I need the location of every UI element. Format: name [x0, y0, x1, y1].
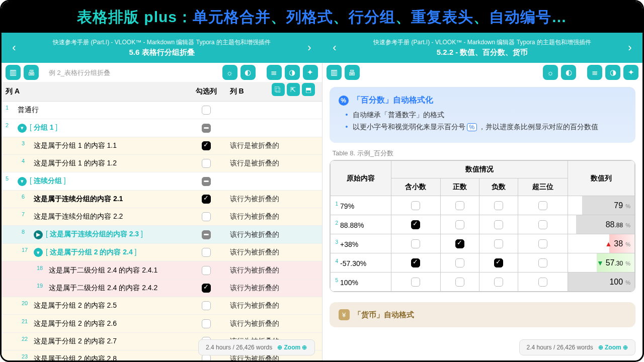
info-item: 自动继承「普通数字」的格式: [346, 111, 627, 120]
checkbox[interactable]: [202, 141, 211, 150]
table-row: 5100%100 %: [330, 273, 635, 292]
checkbox[interactable]: [455, 258, 464, 267]
nav-strip: ‹ 快速参考手册 (Part.I) - VLOOK™ - Markdown 编辑…: [2, 33, 642, 63]
checkbox[interactable]: [494, 278, 503, 287]
table-row: 3+38%▲ 38 %: [330, 234, 635, 253]
chevron-right-icon[interactable]: ▶: [34, 230, 43, 239]
checkbox[interactable]: [202, 106, 211, 115]
prev-left-button[interactable]: ‹: [2, 41, 27, 54]
checkbox[interactable]: [411, 239, 420, 248]
right-pane: ▥ 🖶 ☼ ◐ ≣ ◑ ✦ %「百分数」自动格式化 自动继承「普通数字」的格式 …: [323, 63, 643, 360]
table-row: 4这是属于分组 1 的内容 1.2该行是被折叠的: [2, 155, 322, 172]
nav-left-sub: 快速参考手册 (Part.I) - VLOOK™ - Markdown 编辑器 …: [27, 38, 297, 47]
checkbox[interactable]: [494, 220, 503, 229]
currency-block: ¥「货币」自动格式: [330, 302, 636, 327]
currency-title: 「货币」自动格式: [354, 310, 414, 319]
checkbox[interactable]: [202, 301, 211, 310]
print-icon[interactable]: 🖶: [24, 65, 39, 80]
checkbox[interactable]: [202, 195, 211, 204]
nav-right-sub: 快速参考手册 (Part.I) - VLOOK™ - Markdown 编辑器 …: [347, 38, 617, 47]
left-pane: ▥ 🖶 例 2_表格行分组折叠 ☼ ◐ ≣ ◑ ✦ ⿻ ⇱ ⬒ 列 A 勾选列 …: [2, 63, 323, 360]
magic-icon[interactable]: ✦: [623, 65, 638, 80]
table-row: 8▶[ 这是属于连续分组的内容 2.3 ]该行为被折叠的: [2, 226, 322, 244]
checkbox[interactable]: [202, 319, 211, 328]
checkbox[interactable]: [538, 258, 547, 267]
col-a-header: 列 A: [2, 82, 187, 102]
checkbox[interactable]: [494, 239, 503, 248]
checkbox[interactable]: [411, 220, 420, 229]
checkbox[interactable]: [202, 177, 211, 186]
info-title: %「百分数」自动格式化: [339, 95, 627, 106]
table-row: 21这是属于分组 2 的内容 2.6该行为被折叠的: [2, 315, 322, 332]
table-row: 1普通行: [2, 102, 322, 119]
checkbox[interactable]: [202, 230, 211, 239]
checkbox[interactable]: [411, 201, 420, 210]
checkbox[interactable]: [455, 220, 464, 229]
theme-icon[interactable]: ☼: [222, 65, 237, 80]
left-toolbar: ▥ 🖶 例 2_表格行分组折叠 ☼ ◐ ≣ ◑ ✦: [2, 63, 322, 82]
top-bar: 表格排版 plus：单元格合并、列格式、行分组、重复表头、自动编号…: [2, 2, 642, 33]
checkbox[interactable]: [202, 212, 211, 221]
chevron-down-icon[interactable]: ▾: [34, 248, 43, 257]
map-icon[interactable]: ▥: [327, 65, 342, 80]
nav-right-main: 5.2.2 - 数值、百分数、货币: [347, 48, 617, 57]
checkbox[interactable]: [202, 354, 211, 360]
status-left: 2.4 hours / 26,426 words ⊕ Zoom ⊕: [198, 339, 314, 355]
list-icon[interactable]: ≣: [267, 65, 282, 80]
checkbox[interactable]: [411, 278, 420, 287]
zoom-button[interactable]: ⊕ Zoom ⊕: [277, 344, 307, 351]
table-row: 7这是属于连续分组的内容 2.2该行为被折叠的: [2, 208, 322, 226]
checkbox[interactable]: [202, 159, 211, 168]
status-right: 2.4 hours / 26,426 words ⊕ Zoom ⊕: [519, 339, 635, 355]
checkbox[interactable]: [538, 278, 547, 287]
checkbox[interactable]: [202, 124, 211, 133]
save-icon[interactable]: ⬒: [302, 83, 315, 96]
table-row: 2▾[ 分组 1 ]: [2, 119, 322, 137]
table-row: 5▾[ 连续分组 ]: [2, 172, 322, 191]
checkbox[interactable]: [455, 239, 464, 248]
raw-header: 原始内容: [330, 161, 391, 196]
percent-icon: %: [339, 96, 349, 106]
print-icon[interactable]: 🖶: [345, 65, 360, 80]
table-row: 288.88%88.88 %: [330, 215, 635, 234]
dark-icon[interactable]: ◐: [240, 65, 256, 80]
theme-icon[interactable]: ☼: [543, 65, 558, 80]
export-icon[interactable]: ⇱: [287, 83, 300, 96]
checkbox[interactable]: [202, 266, 211, 275]
magic-icon[interactable]: ✦: [303, 65, 318, 80]
checkbox[interactable]: [538, 220, 547, 229]
table-row: 18这是属于二级分组 2.4 的内容 2.4.1该行为被折叠的: [2, 261, 322, 279]
status-text: 2.4 hours / 26,426 words: [527, 344, 593, 351]
table-row: 3这是属于分组 1 的内容 1.1该行是被折叠的: [2, 137, 322, 154]
contrast-icon[interactable]: ◑: [605, 65, 620, 80]
info-item: 以更小字号和视觉弱化来显示百分号%，并以进度条比例显示对应的百分数值: [346, 123, 627, 132]
percent-info-block: %「百分数」自动格式化 自动继承「普通数字」的格式 以更小字号和视觉弱化来显示百…: [330, 87, 636, 143]
list-icon[interactable]: ≣: [587, 65, 602, 80]
pos-header: 正数: [441, 178, 479, 196]
contrast-icon[interactable]: ◑: [285, 65, 300, 80]
checkbox[interactable]: [494, 258, 503, 267]
checkbox[interactable]: [455, 201, 464, 210]
neg-header: 负数: [479, 178, 518, 196]
checkbox[interactable]: [202, 284, 211, 293]
checkbox[interactable]: [538, 239, 547, 248]
next-right-button[interactable]: ›: [617, 41, 642, 54]
checkbox[interactable]: [411, 258, 420, 267]
chevron-down-icon[interactable]: ▾: [18, 124, 27, 133]
next-left-button[interactable]: ›: [297, 41, 322, 54]
checkbox[interactable]: [538, 201, 547, 210]
copy-icon[interactable]: ⿻: [272, 83, 285, 96]
thou-header: 超三位: [518, 178, 568, 196]
float-buttons: ⿻ ⇱ ⬒: [272, 83, 315, 96]
checkbox[interactable]: [455, 278, 464, 287]
checkbox[interactable]: [202, 248, 211, 257]
chevron-down-icon[interactable]: ▾: [18, 177, 27, 186]
table-row: 19这是属于二级分组 2.4 的内容 2.4.2该行为被折叠的: [2, 279, 322, 297]
val-header: 数值列: [568, 161, 634, 196]
map-icon[interactable]: ▥: [6, 65, 21, 80]
percent-table: 原始内容 数值情况 数值列 含小数 正数 负数 超三位 179%79 %288.…: [330, 160, 635, 292]
checkbox[interactable]: [494, 201, 503, 210]
dark-icon[interactable]: ◐: [561, 65, 576, 80]
zoom-button[interactable]: ⊕ Zoom ⊕: [598, 344, 628, 351]
prev-right-button[interactable]: ‹: [322, 41, 347, 54]
